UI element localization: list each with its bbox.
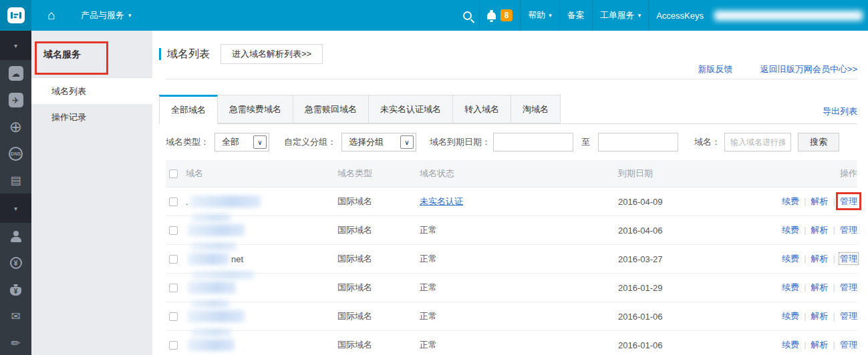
- row-checkbox[interactable]: [169, 284, 178, 292]
- aliyun-logo[interactable]: [0, 0, 31, 31]
- balance-icon[interactable]: ¥: [0, 250, 31, 276]
- renew-link[interactable]: 续费: [782, 254, 799, 264]
- domain-type-select[interactable]: 全部 ∨: [214, 133, 269, 151]
- tab-5[interactable]: 淘域名: [511, 95, 561, 123]
- renew-link[interactable]: 续费: [782, 282, 799, 292]
- user-glyph: [10, 231, 22, 242]
- search-button[interactable]: 搜索: [798, 133, 839, 151]
- manage-link[interactable]: 管理: [840, 254, 857, 264]
- manage-link[interactable]: 管理: [840, 225, 857, 235]
- collapse-top-chevron-icon[interactable]: ▾: [0, 31, 31, 60]
- row-actions: 续费|解析|管理: [744, 310, 857, 322]
- domain-type: 国际域名: [337, 282, 420, 294]
- top-navbar: ⌂ 产品与服务 ▾ 8 帮助 ▾ 备案 工单服务 ▾ AccessKeys: [0, 0, 868, 31]
- resolve-link[interactable]: 解析: [811, 282, 829, 292]
- expiry-date-to-input[interactable]: [598, 133, 678, 151]
- resolve-link[interactable]: 解析: [811, 340, 829, 350]
- row-checkbox[interactable]: [169, 341, 178, 350]
- resolve-link[interactable]: 解析: [811, 254, 829, 264]
- collapse-bottom-chevron-icon[interactable]: ▾: [0, 194, 31, 223]
- title-accent-bar: [159, 48, 161, 60]
- internet-globe-icon[interactable]: ⊕: [0, 113, 31, 140]
- sidebar-item-operation-log[interactable]: 操作记录: [31, 104, 152, 130]
- row-checkbox[interactable]: [169, 255, 178, 264]
- tab-4[interactable]: 转入域名: [452, 95, 511, 123]
- enter-resolve-list-button[interactable]: 进入域名解析列表>>: [221, 44, 323, 64]
- home-icon[interactable]: ⌂: [37, 0, 66, 31]
- manage-link[interactable]: 管理: [840, 282, 857, 292]
- navbar-divider: [520, 0, 521, 31]
- action-separator: |: [804, 340, 806, 350]
- search-icon[interactable]: [463, 11, 472, 20]
- expiry-date: 2016-04-06: [618, 226, 744, 236]
- domain-type: 国际域名: [337, 339, 420, 351]
- navbar-right: 8 帮助 ▾ 备案 工单服务 ▾ AccessKeys: [463, 0, 868, 31]
- username-redacted[interactable]: [714, 11, 863, 21]
- domain-status[interactable]: 未实名认证: [420, 196, 618, 208]
- balance-glyph: ¥: [10, 257, 22, 269]
- redacted-domain-blur: [191, 328, 231, 336]
- row-actions: 续费|解析|管理: [744, 339, 857, 351]
- action-separator: |: [833, 282, 835, 292]
- to-label: 至: [581, 136, 590, 148]
- redacted-domain-blur: [188, 253, 229, 265]
- domain-service-sidebar: 域名服务 域名列表 操作记录: [31, 31, 152, 355]
- accesskeys-link[interactable]: AccessKeys: [656, 11, 704, 21]
- domain-status: 正常: [420, 339, 618, 351]
- custom-group-select[interactable]: 选择分组 ∨: [341, 133, 416, 151]
- domain-type: 国际域名: [337, 196, 420, 208]
- notifications-button[interactable]: 8: [487, 9, 513, 21]
- row-checkbox[interactable]: [169, 312, 178, 321]
- column-domain: 域名: [186, 167, 337, 180]
- renew-link[interactable]: 续费: [782, 340, 799, 350]
- navbar-divider: [592, 0, 593, 31]
- expiry-date-from-input[interactable]: [493, 133, 573, 151]
- renew-link[interactable]: 续费: [782, 225, 799, 235]
- tab-3[interactable]: 未实名认证域名: [368, 95, 453, 123]
- ticket-service-menu[interactable]: 工单服务 ▾: [600, 9, 641, 21]
- beian-link[interactable]: 备案: [567, 9, 585, 21]
- domain-cell: net: [186, 253, 337, 265]
- user-icon[interactable]: [0, 223, 31, 250]
- tab-0[interactable]: 全部域名: [159, 95, 218, 124]
- renew-link[interactable]: 续费: [782, 196, 799, 206]
- dns-icon[interactable]: DNS: [0, 140, 31, 167]
- export-list-link[interactable]: 导出列表: [823, 105, 857, 117]
- action-separator: |: [804, 196, 806, 206]
- new-version-feedback-link[interactable]: 新版反馈: [698, 64, 732, 74]
- sidebar-item-domain-list[interactable]: 域名列表: [31, 78, 152, 104]
- action-separator: |: [833, 254, 835, 264]
- resolve-link[interactable]: 解析: [811, 311, 829, 321]
- products-services-menu[interactable]: 产品与服务 ▾: [81, 9, 132, 21]
- row-checkbox[interactable]: [169, 226, 178, 235]
- manage-link-annotated[interactable]: 管理: [840, 196, 857, 206]
- cloud-server-icon[interactable]: ☁: [0, 60, 31, 87]
- bell-icon: [487, 12, 496, 19]
- row-checkbox[interactable]: [169, 198, 178, 206]
- domain-type: 国际域名: [337, 224, 420, 236]
- resolve-link[interactable]: 解析: [811, 196, 829, 206]
- tab-2[interactable]: 急需赎回域名: [293, 95, 369, 123]
- server-storage-icon[interactable]: ▤: [0, 167, 31, 194]
- mail-icon[interactable]: ✉: [0, 303, 31, 330]
- table-row: 国际域名 正常 2016-01-06 续费|解析|管理: [166, 331, 857, 355]
- row-actions: 续费|解析|管理: [744, 224, 857, 236]
- resolve-link[interactable]: 解析: [811, 225, 829, 235]
- domain-status: 正常: [420, 224, 618, 236]
- funds-icon[interactable]: ¥: [0, 276, 31, 303]
- select-all-checkbox[interactable]: [169, 169, 178, 178]
- cdn-icon[interactable]: ✈: [0, 87, 31, 113]
- table-row: net 国际域名 正常 2016-03-27 续费|解析|管理: [166, 245, 857, 274]
- aliyun-logo-icon: [7, 7, 25, 24]
- tab-1[interactable]: 急需续费域名: [217, 95, 293, 123]
- edit-pencil-icon[interactable]: ✏: [0, 330, 31, 355]
- cdn-glyph: ✈: [9, 93, 23, 107]
- help-menu[interactable]: 帮助 ▾: [528, 9, 552, 21]
- manage-link[interactable]: 管理: [840, 340, 857, 350]
- back-to-old-version-link[interactable]: 返回旧版万网会员中心>>: [760, 64, 857, 74]
- domain-search-input[interactable]: [724, 133, 791, 151]
- notification-badge: 8: [500, 9, 513, 21]
- chevron-down-icon: ▾: [638, 12, 641, 19]
- renew-link[interactable]: 续费: [782, 311, 799, 321]
- manage-link[interactable]: 管理: [840, 311, 857, 321]
